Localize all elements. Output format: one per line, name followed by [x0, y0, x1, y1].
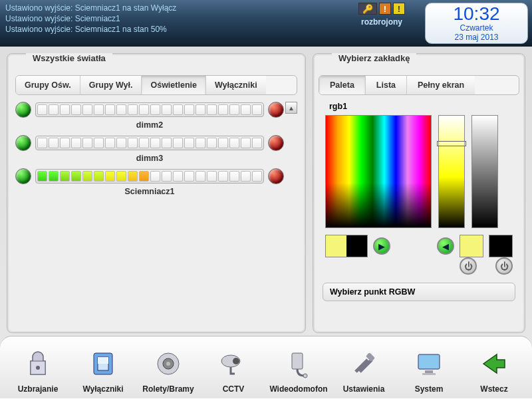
status-line: Ustawiono wyjście: Sciemniacz1 na stan W… [5, 3, 333, 13]
svg-point-11 [303, 374, 307, 378]
on-indicator[interactable] [15, 102, 31, 118]
dimmer-dimm3: dimm3 [15, 135, 284, 163]
toolbar-wideodomofon[interactable]: Wideodomofon [269, 346, 328, 394]
status-line: Ustawiono wyjście: Sciemniacz1 na stan 5… [5, 24, 333, 35]
color-panel-title: Wybierz zakładkę [332, 53, 416, 63]
toolbar-system[interactable]: System [400, 346, 458, 394]
tab-pe-ny-ekran[interactable]: Pełny ekran [407, 76, 475, 94]
clock-day: Czwartek [430, 23, 523, 33]
toolbar-label: Wstecz [465, 384, 523, 394]
toolbar-label: Wideodomofon [269, 384, 328, 394]
toolbar-wylaczniki[interactable]: Wyłączniki [74, 346, 132, 394]
uzbrajanie-icon [9, 346, 67, 382]
level-bar[interactable] [35, 136, 264, 150]
dimmer-list: ▲ dimm2dimm3Sciemniacz1 [15, 102, 297, 301]
rgb-name: rgb1 [329, 102, 519, 111]
off-indicator[interactable] [268, 168, 284, 184]
brightness-slider[interactable] [438, 115, 465, 228]
swatch-yellow[interactable] [460, 235, 483, 257]
tab-grupy-o-w-[interactable]: Grupy Ośw. [16, 76, 80, 94]
arm-status-label: rozbrojony [338, 17, 425, 27]
toolbar-label: Wyłączniki [74, 384, 132, 394]
alert-icon: ! [379, 3, 391, 15]
on-indicator[interactable] [15, 135, 31, 151]
status-line: Ustawiono wyjście: Sciemniacz1 [5, 13, 333, 24]
clock-time: 10:32 [430, 5, 523, 23]
color-panel: Wybierz zakładkę PaletaListaPełny ekran … [313, 53, 525, 333]
cctv-icon [204, 346, 263, 382]
status-log: Ustawiono wyjście: Sciemniacz1 na stan W… [0, 0, 338, 37]
svg-rect-14 [425, 370, 433, 373]
toolbar-label: Uzbrajanie [9, 384, 67, 394]
dimmer-label: dimm2 [15, 120, 284, 130]
rolety-icon [139, 346, 198, 382]
svg-point-1 [36, 366, 40, 370]
tab-grupy-wy-[interactable]: Grupy Wył. [80, 76, 142, 94]
dimmer-label: Sciemniacz1 [15, 187, 284, 196]
svg-rect-15 [422, 373, 436, 375]
toolbar-cctv[interactable]: CCTV [204, 346, 263, 394]
toolbar-label: System [400, 384, 458, 394]
tab-o-wietlenie[interactable]: Oświetlenie [142, 76, 205, 94]
wstecz-icon [465, 346, 523, 382]
lights-panel: Wszystkie światła Grupy Ośw.Grupy Wył.Oś… [7, 53, 306, 333]
toolbar-ustawienia[interactable]: Ustawienia [334, 346, 393, 394]
top-bar: Ustawiono wyjście: Sciemniacz1 na stan W… [0, 0, 532, 47]
dimmer-Sciemniacz1: Sciemniacz1 [15, 168, 284, 196]
color-tabs: PaletaListaPełny ekran [319, 75, 519, 95]
toolbar-label: CCTV [204, 384, 263, 394]
ustawienia-icon [334, 346, 393, 382]
scroll-up-button[interactable]: ▲ [285, 102, 297, 114]
arm-status-block: 🔑 ! ! rozbrojony [338, 0, 425, 27]
power-button-2[interactable]: ⏻ [495, 257, 513, 275]
clock: 10:32 Czwartek 23 maj 2013 [425, 3, 528, 44]
lights-tabs: Grupy Ośw.Grupy Wył.OświetlenieWyłącznik… [15, 75, 297, 95]
wylaczniki-icon [74, 346, 132, 382]
svg-point-7 [166, 362, 170, 366]
svg-rect-13 [418, 354, 440, 369]
power-button-1[interactable]: ⏻ [460, 257, 477, 275]
tab-lista[interactable]: Lista [366, 76, 407, 94]
toolbar-label: Rolety/Bramy [139, 384, 198, 394]
warning-icon: ! [393, 3, 405, 15]
off-indicator[interactable] [268, 102, 284, 118]
lights-panel-title: Wszystkie światła [26, 53, 112, 63]
clock-date: 23 maj 2013 [430, 33, 523, 42]
key-icon: 🔑 [358, 3, 377, 15]
color-field[interactable] [325, 115, 432, 228]
on-indicator[interactable] [15, 168, 31, 184]
off-indicator[interactable] [268, 135, 284, 151]
toolbar-label: Ustawienia [334, 384, 393, 394]
svg-rect-10 [292, 353, 303, 369]
toolbar-uzbrajanie[interactable]: Uzbrajanie [9, 346, 67, 394]
rgbw-footer: Wybierz punkt RGBW [323, 283, 515, 301]
svg-rect-4 [98, 357, 108, 364]
tab-paleta[interactable]: Paleta [319, 76, 366, 94]
toolbar-rolety[interactable]: Rolety/Bramy [139, 346, 198, 394]
tab-wy-czniki[interactable]: Wyłączniki [206, 76, 266, 94]
white-slider[interactable] [471, 115, 498, 228]
prev-button[interactable]: ◀ [437, 237, 454, 255]
bottom-toolbar: UzbrajanieWyłącznikiRolety/BramyCCTVWide… [0, 336, 532, 399]
dimmer-label: dimm3 [15, 154, 284, 163]
svg-point-9 [233, 358, 239, 364]
play-button[interactable]: ▶ [373, 237, 390, 255]
level-bar[interactable] [35, 169, 264, 184]
wideodomofon-icon [269, 346, 328, 382]
level-bar[interactable] [35, 102, 264, 117]
system-icon [400, 346, 458, 382]
toolbar-wstecz[interactable]: Wstecz [465, 346, 523, 394]
dimmer-dimm2: dimm2 [15, 102, 284, 130]
color-preview [325, 235, 368, 257]
swatch-black[interactable] [489, 235, 513, 257]
